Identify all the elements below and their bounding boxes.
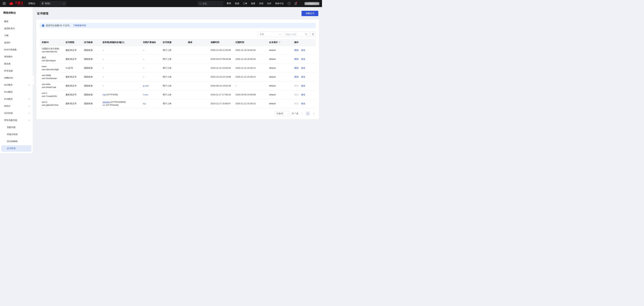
current-page[interactable]: 1: [306, 111, 310, 116]
sidebar-item-label: 访问策略组: [7, 140, 18, 143]
page-title: 证书管理: [37, 11, 48, 15]
cell-created: 2023-11-17 15:56:47: [208, 99, 234, 108]
modify-action[interactable]: 修改: [301, 49, 305, 51]
sidebar-collapse-handle[interactable]: [33, 76, 34, 84]
refresh-button[interactable]: [310, 31, 316, 37]
sidebar-item[interactable]: NAT网关: [0, 81, 33, 88]
sidebar-item[interactable]: 证书管理: [1, 145, 32, 152]
sidebar-item-label: DHCP选项集: [4, 48, 17, 51]
sidebar-item[interactable]: 弹性IP: [0, 103, 33, 110]
quota-details-link[interactable]: 了解配额详情: [73, 24, 86, 27]
sidebar-item[interactable]: IPv6网关: [0, 96, 33, 103]
sidebar-item[interactable]: 虚拟IP: [0, 39, 33, 46]
delete-action: 删除: [294, 84, 299, 87]
column-header-label: 创建时间: [210, 41, 219, 43]
chevron-down-icon: [28, 84, 30, 86]
sidebar-item[interactable]: 负载均衡: [0, 124, 33, 131]
notification-bell-icon[interactable]: [294, 2, 297, 5]
topbar-link[interactable]: 资源: [235, 2, 239, 5]
next-page-button[interactable]: [312, 111, 316, 116]
page-size-select[interactable]: 10条/页: [275, 111, 290, 116]
region-selector[interactable]: 华东1: [40, 1, 66, 6]
user-account[interactable]: [304, 2, 319, 5]
sidebar-item[interactable]: DHCP选项集: [0, 46, 33, 53]
column-header: 描述: [186, 39, 208, 46]
topbar-link[interactable]: 费用: [227, 2, 231, 5]
sidebar-item[interactable]: IPv4网关: [0, 88, 33, 96]
sidebar-item[interactable]: 对等连接: [0, 67, 33, 74]
help-icon[interactable]: ?: [288, 2, 290, 5]
column-header: 企业项目: [267, 39, 292, 46]
sidebar-item[interactable]: 概览: [0, 18, 33, 25]
sidebar-item-label: 负载均衡: [7, 126, 16, 129]
sidebar-item[interactable]: 内网DNS: [0, 74, 33, 81]
listener-link[interactable]: rer: [102, 104, 105, 106]
logo[interactable]: 天翼云 State Cloud: [9, 1, 23, 5]
sidebar-item[interactable]: 路由表: [0, 60, 33, 67]
global-search[interactable]: [198, 1, 223, 6]
prev-page-button[interactable]: [300, 111, 304, 116]
topbar-link[interactable]: 简体中文: [275, 2, 284, 5]
total-count: 共 7 条: [292, 112, 298, 115]
delete-action[interactable]: 删除: [294, 58, 299, 60]
column-header: 关联扩展域名: [141, 39, 161, 46]
modify-action[interactable]: 修改: [301, 93, 305, 96]
cert-id: cert-ihiwib7zak: [42, 86, 62, 89]
topbar-link[interactable]: 支持: [259, 2, 263, 5]
menu-icon[interactable]: [3, 2, 6, 5]
sidebar-item[interactable]: 虚拟私有云: [0, 25, 33, 32]
search-icon[interactable]: [305, 33, 307, 35]
cell-expires: 2020-11-12 10:26:13: [234, 99, 267, 108]
topbar-link[interactable]: 工单: [243, 2, 247, 5]
sidebar-item[interactable]: 弹性负载均衡: [0, 117, 33, 124]
topbar-link[interactable]: 备案: [251, 2, 255, 5]
sidebar-item-label: NAT网关: [4, 83, 12, 86]
sidebar-item-label: 弹性网卡: [4, 55, 13, 58]
sidebar-item-label: 弹性IP: [4, 105, 10, 108]
domain-link[interactable]: d.p: [143, 102, 146, 105]
logo-text: 天翼云 State Cloud: [15, 1, 23, 5]
modify-action[interactable]: 修改: [301, 84, 305, 87]
listener-link[interactable]: trgf: [102, 93, 106, 96]
console-label[interactable]: 控制台: [28, 2, 36, 5]
sidebar-item[interactable]: 访问控制: [0, 110, 33, 117]
column-header-label: 名称/ID: [42, 41, 49, 43]
topbar-link[interactable]: 合作: [267, 2, 272, 5]
sidebar-item[interactable]: 访问策略组: [0, 138, 33, 145]
cell-name-id: cert-5b88cert-5xvk5kolan: [40, 72, 64, 81]
modify-action[interactable]: 修改: [301, 76, 305, 78]
sidebar-item[interactable]: 后端主机组: [0, 131, 33, 138]
cell-domains: g.com: [141, 81, 161, 90]
cert-id: cert-a9vm4m2fg8: [42, 68, 62, 71]
delete-action[interactable]: 删除: [294, 76, 299, 78]
cell-expires: 2032-11-19 18:39:16: [234, 46, 267, 55]
sidebar-item[interactable]: 弹性网卡: [0, 53, 33, 60]
cert-name: cert-2: [42, 101, 62, 104]
domain-link[interactable]: f.com: [143, 93, 148, 96]
global-search-input[interactable]: [202, 2, 221, 5]
delete-action: 删除: [294, 93, 299, 96]
filter-field-select[interactable]: 名称: [258, 31, 282, 37]
modify-action[interactable]: 修改: [301, 58, 305, 60]
sidebar-item[interactable]: 子网: [0, 32, 33, 39]
cell-standard: 国际标准: [82, 46, 100, 55]
modify-action[interactable]: 修改: [301, 67, 305, 69]
listener-link[interactable]: gggggg: [102, 101, 110, 103]
cell-listeners: --: [100, 81, 141, 90]
filter-icon[interactable]: [279, 41, 280, 44]
cell-actions: 删除修改: [292, 99, 316, 108]
filter-field-value: 名称: [260, 33, 264, 36]
column-header-label: 企业项目: [269, 41, 278, 43]
create-certificate-button[interactable]: 创建证书: [302, 11, 318, 16]
listener: rer (HTTPS/443): [102, 104, 139, 107]
domain-link[interactable]: g.com: [143, 84, 149, 87]
cell-description: [186, 46, 208, 55]
cell-standard: 国际标准: [82, 64, 100, 72]
sidebar-item-label: IPv6网关: [4, 98, 13, 101]
table-search-input[interactable]: [286, 33, 304, 36]
table-row: cert-ef4acert-ihiwib7zak服务器证书国际标准--g.com…: [40, 81, 316, 90]
delete-action[interactable]: 删除: [294, 49, 299, 51]
modify-action[interactable]: 修改: [301, 102, 305, 105]
delete-action[interactable]: 删除: [294, 67, 299, 69]
cell-standard: 国际标准: [82, 90, 100, 99]
